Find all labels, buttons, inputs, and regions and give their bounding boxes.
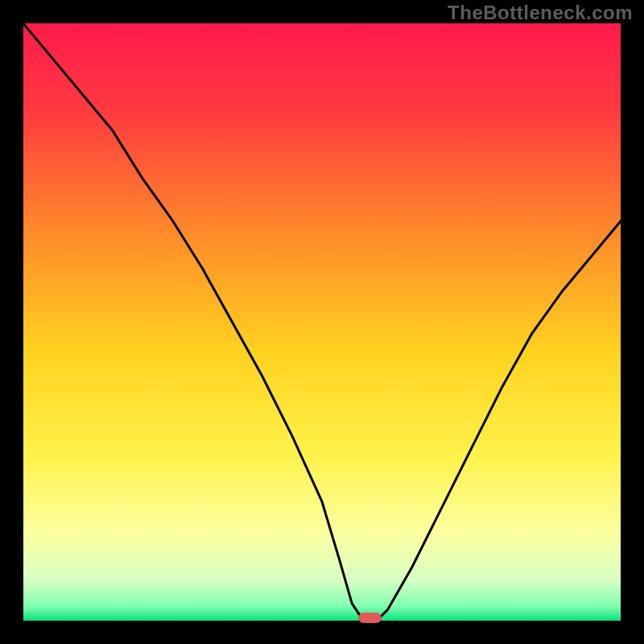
- plot-background: [23, 23, 621, 621]
- chart-svg: [0, 0, 644, 644]
- chart-frame: { "watermark": "TheBottleneck.com", "cha…: [0, 0, 644, 644]
- watermark-text: TheBottleneck.com: [448, 2, 633, 24]
- optimum-marker: [359, 613, 382, 623]
